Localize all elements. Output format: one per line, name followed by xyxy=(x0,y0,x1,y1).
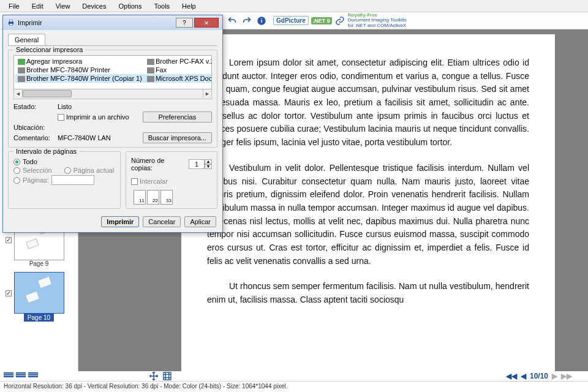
svg-text:i: i xyxy=(261,18,263,24)
comment-label: Comentario: xyxy=(13,134,54,141)
thumb-page-10[interactable]: ✓ Page 10 xyxy=(14,272,64,322)
page-indicator: 10/10 xyxy=(530,372,548,380)
group-page-range: Intervalo de páginas Todo Selección Pági… xyxy=(8,151,121,209)
copies-input[interactable] xyxy=(189,159,205,169)
dialog-tabs: General xyxy=(8,34,217,46)
net-badge: .NET 9 xyxy=(311,17,332,24)
group-copies: Número de copias: ▲▼ Intercalar 11 22 33 xyxy=(126,151,217,209)
nav-first-icon[interactable]: ◀◀ xyxy=(506,372,517,380)
state-label: Estado: xyxy=(13,103,54,110)
scroll-left-icon[interactable]: ◄ xyxy=(14,89,23,98)
view-mode-1-icon[interactable] xyxy=(4,372,13,380)
view-toolbar: ◀◀ ◀ 10/10 ▶ ▶▶ xyxy=(0,371,588,381)
spin-up-icon[interactable]: ▲ xyxy=(205,159,212,164)
dialog-titlebar[interactable]: Imprimir ? ✕ xyxy=(3,15,222,30)
print-button[interactable]: Imprimir xyxy=(101,216,139,227)
svg-rect-5 xyxy=(10,24,13,26)
menu-help[interactable]: Help xyxy=(176,1,202,11)
group-label: Seleccionar impresora xyxy=(13,46,85,53)
cancel-button[interactable]: Cancelar xyxy=(143,216,181,227)
pages-input[interactable] xyxy=(51,175,94,185)
paragraph: Vestibulum in velit dolor. Pellentesque … xyxy=(207,162,529,268)
menu-view[interactable]: View xyxy=(50,1,77,11)
nav-prev-icon[interactable]: ◀ xyxy=(521,372,526,380)
printer-icon xyxy=(7,18,15,27)
copies-label: Número de copias: xyxy=(131,157,186,172)
copies-spinner[interactable]: ▲▼ xyxy=(189,159,212,169)
printer-add[interactable]: Agregar impresoraBrother PC-FAX v.2.1 xyxy=(15,57,212,66)
redo-icon[interactable] xyxy=(241,15,252,26)
nav-last-icon[interactable]: ▶▶ xyxy=(561,372,572,380)
group-label: Intervalo de páginas xyxy=(13,148,79,155)
state-value: Listo xyxy=(58,103,139,110)
product-banner: GdPicture .NET 9 Royalty-Free Document I… xyxy=(273,14,407,28)
printer-list[interactable]: Agregar impresoraBrother PC-FAX v.2.1 Br… xyxy=(13,55,212,89)
tab-general[interactable]: General xyxy=(8,34,45,45)
banner-text: Royalty-Free Document Imaging Toolkits f… xyxy=(348,13,407,28)
spin-down-icon[interactable]: ▼ xyxy=(205,164,212,169)
menu-tools[interactable]: Tools xyxy=(148,1,176,11)
location-label: Ubicación: xyxy=(13,124,54,131)
brand-label: GdPicture xyxy=(273,16,309,25)
find-printer-button[interactable]: Buscar impresora... xyxy=(143,132,212,143)
collate-preview: 11 22 33 xyxy=(134,190,212,205)
scroll-thumb[interactable] xyxy=(23,90,72,97)
group-select-printer: Seleccionar impresora Agregar impresoraB… xyxy=(8,50,217,148)
paragraph: Ut rhoncus sem semper fermentum facilisi… xyxy=(207,280,529,306)
info-icon[interactable]: i xyxy=(256,15,267,26)
thumb-checkbox[interactable]: ✓ xyxy=(6,237,12,243)
range-all-radio[interactable]: Todo xyxy=(13,158,115,165)
dialog-title: Imprimir xyxy=(18,19,42,26)
print-dialog: Imprimir ? ✕ General Seleccionar impreso… xyxy=(2,15,223,233)
move-icon[interactable] xyxy=(148,371,159,382)
thumb-checkbox[interactable]: ✓ xyxy=(6,290,12,296)
collate-checkbox[interactable]: Intercalar xyxy=(131,178,168,185)
fit-icon[interactable] xyxy=(162,371,173,382)
comment-value: MFC-7840W LAN xyxy=(58,134,139,141)
preferences-button[interactable]: Preferencias xyxy=(143,111,212,123)
view-mode-3-icon[interactable] xyxy=(28,372,38,380)
menu-file[interactable]: File xyxy=(2,1,26,11)
thumb-label: Page 10 xyxy=(24,314,54,322)
menu-devices[interactable]: Devices xyxy=(76,1,112,11)
svg-rect-4 xyxy=(10,20,13,21)
svg-rect-2 xyxy=(164,372,171,380)
window-close-button[interactable]: ✕ xyxy=(194,18,219,28)
scroll-right-icon[interactable]: ► xyxy=(203,89,211,98)
page-content: Lorem ipsum dolor sit amet, consectetur … xyxy=(181,34,555,371)
page-navigator: ◀◀ ◀ 10/10 ▶ ▶▶ xyxy=(506,372,572,380)
view-mode-2-icon[interactable] xyxy=(16,372,26,380)
menubar: File Edit View Devices Options Tools Hel… xyxy=(0,0,588,12)
printer-row[interactable]: Brother MFC-7840W PrinterFax xyxy=(15,66,212,74)
printer-row-selected[interactable]: Brother MFC-7840W Printer (Copiar 1)Micr… xyxy=(15,74,212,83)
paragraph: Lorem ipsum dolor sit amet, consectetur … xyxy=(207,56,529,149)
undo-icon[interactable] xyxy=(227,15,238,26)
printer-list-hscroll[interactable]: ◄ ► xyxy=(13,89,212,99)
range-current-radio[interactable] xyxy=(64,167,71,174)
thumb-label: Page 9 xyxy=(29,260,49,267)
print-to-file-checkbox[interactable]: Imprimir a un archivo xyxy=(58,113,139,121)
link-icon xyxy=(334,15,345,26)
menu-options[interactable]: Options xyxy=(112,1,148,11)
window-help-button[interactable]: ? xyxy=(176,18,193,28)
range-selection-radio[interactable] xyxy=(13,167,20,174)
range-pages-radio[interactable] xyxy=(13,177,20,184)
menu-edit[interactable]: Edit xyxy=(26,1,50,11)
nav-next-icon[interactable]: ▶ xyxy=(552,372,557,380)
apply-button[interactable]: Aplicar xyxy=(184,216,216,227)
status-bar: Horizontal Resolution: 36 dpi - Vertical… xyxy=(0,381,588,392)
